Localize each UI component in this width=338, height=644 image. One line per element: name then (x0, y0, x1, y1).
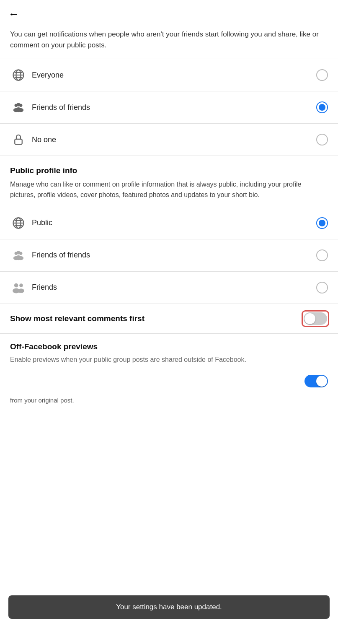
comments-toggle-wrapper (303, 312, 328, 326)
friends-of-friends-icon (10, 99, 27, 116)
option-friends-label: Friends (32, 283, 316, 292)
off-facebook-description: Enable previews when your public group p… (10, 355, 328, 365)
comments-toggle-label: Show most relevant comments first (10, 314, 303, 323)
option-no-one-label: No one (32, 135, 316, 144)
off-facebook-toggle-thumb (316, 376, 327, 387)
public-profile-section: Public profile info Manage who can like … (0, 156, 338, 304)
option-public-friends-of-friends-label: Friends of friends (32, 251, 316, 260)
radio-public[interactable] (316, 217, 328, 229)
option-friends-of-friends[interactable]: Friends of friends (0, 91, 338, 124)
back-button[interactable]: ← (8, 8, 19, 21)
friends-icon (10, 279, 27, 296)
svg-point-19 (17, 251, 20, 254)
svg-point-7 (17, 103, 20, 106)
option-public-friends-of-friends[interactable]: Friends of friends (0, 239, 338, 272)
bottom-partial-text: from your original post. (0, 396, 338, 405)
off-facebook-toggle-wrapper (304, 375, 328, 387)
radio-public-friends-of-friends[interactable] (316, 249, 328, 261)
svg-rect-11 (15, 139, 22, 145)
public-profile-title: Public profile info (0, 156, 338, 179)
off-facebook-title: Off-Facebook previews (10, 342, 328, 351)
comments-toggle-row: Show most relevant comments first (0, 304, 338, 334)
comments-toggle[interactable] (304, 312, 327, 325)
svg-point-26 (18, 288, 24, 293)
svg-point-22 (15, 255, 22, 260)
option-public-label: Public (32, 218, 316, 227)
option-everyone[interactable]: Everyone (0, 59, 338, 91)
off-facebook-section: Off-Facebook previews Enable previews wh… (0, 334, 338, 369)
radio-everyone[interactable] (316, 69, 328, 81)
off-facebook-toggle[interactable] (304, 375, 328, 387)
option-friends[interactable]: Friends (0, 272, 338, 304)
header: ← (0, 0, 338, 25)
public-profile-description: Manage who can like or comment on profil… (0, 179, 338, 207)
radio-friends[interactable] (316, 282, 328, 293)
comments-toggle-thumb (304, 313, 315, 324)
radio-friends-of-friends[interactable] (316, 101, 328, 113)
option-everyone-label: Everyone (32, 71, 316, 80)
friends-of-friends-icon-2 (10, 247, 27, 264)
radio-no-one[interactable] (316, 134, 328, 145)
toast-message: Your settings have been updated. (8, 595, 330, 619)
follower-options-section: Everyone Friends of friends No one (0, 59, 338, 156)
option-public[interactable]: Public (0, 207, 338, 239)
lock-icon (10, 131, 27, 148)
intro-description: You can get notifications when people wh… (0, 25, 338, 59)
option-no-one[interactable]: No one (0, 124, 338, 156)
option-friends-of-friends-label: Friends of friends (32, 103, 316, 112)
svg-point-23 (14, 283, 18, 287)
off-facebook-toggle-row (0, 369, 338, 396)
svg-point-24 (19, 283, 23, 287)
globe-icon (10, 67, 27, 83)
globe-icon-2 (10, 215, 27, 231)
svg-point-10 (15, 107, 22, 112)
